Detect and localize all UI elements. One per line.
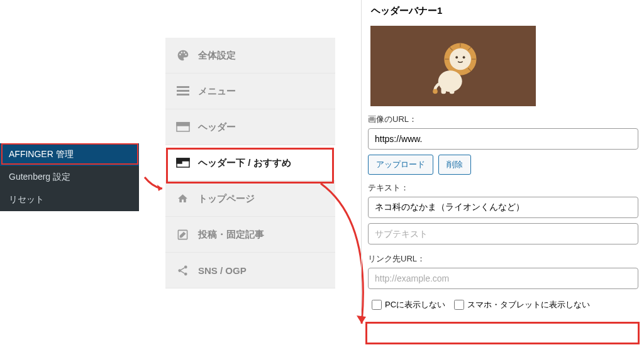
sidebar-item-reset[interactable]: リセット <box>0 189 139 211</box>
link-url-input[interactable] <box>368 268 638 289</box>
menu-item-label: ヘッダー <box>198 121 236 133</box>
sidebar-item-label: Gutenberg 設定 <box>9 172 70 182</box>
svg-rect-2 <box>177 94 189 96</box>
menu-item-header[interactable]: ヘッダー <box>165 109 335 145</box>
panel-title: ヘッダーバナー1 <box>368 0 644 26</box>
admin-sidebar: AFFINGER 管理 Gutenberg 設定 リセット <box>0 143 139 211</box>
edit-icon <box>175 228 190 241</box>
subtext-input[interactable] <box>368 223 638 244</box>
menu-item-menu[interactable]: メニュー <box>165 74 335 109</box>
hide-sp-checkbox[interactable] <box>454 300 464 310</box>
hide-pc-checkbox[interactable] <box>372 300 382 310</box>
sidebar-item-label: リセット <box>9 194 44 204</box>
visibility-checkboxes: PCに表示しない スマホ・タブレットに表示しない <box>368 294 644 315</box>
text-label: テキスト： <box>368 182 644 194</box>
sidebar-item-label: AFFINGER 管理 <box>9 149 74 159</box>
checkbox-label: PCに表示しない <box>385 299 445 310</box>
menu-item-label: 全体設定 <box>198 50 236 62</box>
highlight-box <box>365 322 640 344</box>
svg-point-13 <box>450 48 471 70</box>
svg-point-11 <box>184 272 187 275</box>
checkbox-label: スマホ・タブレットに表示しない <box>467 299 590 310</box>
image-url-input[interactable] <box>368 128 638 150</box>
upload-button[interactable]: アップロード <box>368 155 433 175</box>
svg-rect-4 <box>177 123 189 126</box>
menu-item-header-below[interactable]: ヘッダー下 / おすすめ <box>165 145 335 181</box>
hide-sp-option[interactable]: スマホ・タブレットに表示しない <box>454 299 590 310</box>
palette-icon <box>175 49 190 62</box>
menu-item-label: ヘッダー下 / おすすめ <box>198 157 291 169</box>
arrow-icon <box>201 182 377 333</box>
header-icon <box>175 121 190 133</box>
home-icon <box>175 192 190 205</box>
svg-point-10 <box>178 269 181 272</box>
arrow-icon <box>143 176 169 195</box>
sidebar-item-gutenberg[interactable]: Gutenberg 設定 <box>0 166 139 189</box>
svg-point-19 <box>433 89 438 94</box>
text-input[interactable] <box>368 197 638 218</box>
svg-rect-18 <box>450 85 455 93</box>
image-url-label: 画像のURL： <box>368 114 644 125</box>
svg-rect-7 <box>177 161 182 163</box>
header-below-icon <box>175 156 190 169</box>
link-url-label: リンク先URL： <box>368 253 644 265</box>
sidebar-item-affinger[interactable]: AFFINGER 管理 <box>0 143 139 166</box>
svg-point-9 <box>184 265 187 268</box>
svg-rect-17 <box>441 85 447 93</box>
svg-rect-0 <box>177 86 189 88</box>
svg-point-15 <box>463 56 465 58</box>
menu-item-general[interactable]: 全体設定 <box>165 38 335 74</box>
hamburger-icon <box>175 85 190 97</box>
delete-button[interactable]: 削除 <box>438 155 471 175</box>
menu-item-label: メニュー <box>198 85 236 97</box>
svg-rect-1 <box>177 90 189 92</box>
svg-point-14 <box>455 56 458 58</box>
hide-pc-option[interactable]: PCに表示しない <box>372 299 445 310</box>
banner-settings-panel: ヘッダーバナー1 画像のURL： アップロード 削除 テキスト： リンク先URL… <box>361 0 644 315</box>
banner-preview-image <box>370 26 536 106</box>
share-icon <box>175 264 190 277</box>
lion-icon <box>423 36 483 96</box>
